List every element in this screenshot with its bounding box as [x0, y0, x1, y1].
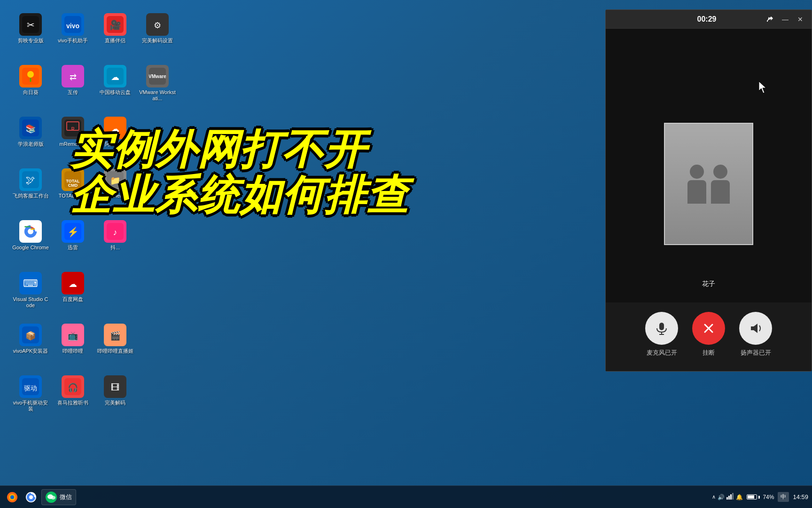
- jianying-icon: ✂: [19, 13, 42, 36]
- icon-mremote[interactable]: R mRemote...: [52, 113, 94, 165]
- ximalaya-label: 喜马拉雅听书: [57, 400, 88, 406]
- pin-button[interactable]: [765, 14, 776, 25]
- icon-live-companion[interactable]: 🎥 直播伴侣: [94, 9, 136, 61]
- mic-label: 麦克风已开: [647, 349, 677, 357]
- feihe-label: 飞鸽客服工作台: [13, 193, 49, 199]
- huchuan-icon: ⇄: [62, 65, 84, 87]
- taskbar: 微信 ∧ 🔊 🔔: [0, 485, 812, 508]
- svg-text:⚡: ⚡: [67, 226, 79, 238]
- icon-vivo-drive[interactable]: 驱动 vivo手机驱动安装: [9, 372, 52, 423]
- video-call-window: 00:29 — ✕: [605, 9, 812, 372]
- firefox-taskbar-icon[interactable]: [4, 489, 21, 506]
- svg-point-65: [29, 495, 33, 499]
- battery-percent-label: 74%: [763, 494, 774, 500]
- bilibili-icon: 📺: [62, 324, 84, 346]
- mic-button-circle: [645, 312, 678, 345]
- minimize-button[interactable]: —: [780, 14, 791, 25]
- speaker-button[interactable]: 扬声器已开: [739, 312, 772, 357]
- svg-rect-69: [728, 496, 730, 500]
- icon-perfect-decode[interactable]: ⚙ 完美解码设置: [136, 9, 179, 61]
- svg-text:📺: 📺: [68, 331, 78, 341]
- svg-text:R: R: [71, 127, 75, 132]
- chrome-icon: [19, 220, 42, 243]
- icon-bilibili[interactable]: 📺 哔哩哔哩: [52, 320, 94, 372]
- expand-tray-icon[interactable]: ∧: [712, 494, 716, 500]
- bilibili-label: 哔哩哔哩: [62, 348, 83, 354]
- feihe-icon: 🕊: [19, 168, 42, 191]
- hangup-button-circle: [692, 312, 725, 345]
- vivo-apk-label: vivoAPK安装器: [13, 348, 48, 354]
- vscode-label: Visual Studio Code: [12, 296, 49, 309]
- battery-bar: [747, 494, 757, 500]
- xunlei-label: 迅雷: [68, 245, 78, 251]
- svg-point-67: [51, 496, 55, 500]
- svg-text:🎥: 🎥: [109, 19, 121, 31]
- icon-kuke[interactable]: ♪ 抖...: [94, 216, 136, 268]
- svg-text:CMD: CMD: [68, 183, 78, 188]
- totalcmd-label: TOTALCM...: [59, 193, 87, 199]
- svg-text:🎬: 🎬: [110, 331, 121, 341]
- icon-vmware[interactable]: VMware VMware Workstati...: [136, 61, 179, 113]
- taskbar-left-section: 微信: [4, 489, 76, 506]
- icon-vivo-helper[interactable]: vivo vivo手机助手: [52, 9, 94, 61]
- icon-vivo-apk[interactable]: 📦 vivoAPK安装器: [9, 320, 52, 372]
- icon-xuefang[interactable]: 📚 学浪老师版: [9, 113, 52, 165]
- icon-perfect-decode2[interactable]: 🎞 完美解码: [94, 372, 136, 423]
- network-icon[interactable]: [726, 493, 734, 501]
- notification-icon[interactable]: 🔔: [736, 494, 743, 500]
- video-titlebar: 00:29 — ✕: [606, 10, 812, 29]
- svg-text:📚: 📚: [25, 124, 36, 134]
- bilibili-live-label: 哔哩哔哩直播姬: [97, 348, 133, 354]
- title-controls: — ✕: [765, 14, 806, 25]
- icon-alibaba-disk[interactable]: ☁ 阿里云盘: [94, 113, 136, 165]
- baidu-disk-icon: ☁: [62, 272, 84, 294]
- icon-ximalaya[interactable]: 🎧 喜马拉雅听书: [52, 372, 94, 423]
- video-controls-bar: 麦克风已开 挂断: [606, 302, 812, 371]
- hangup-button[interactable]: 挂断: [692, 312, 725, 357]
- icon-other[interactable]: 📁 Other: [94, 165, 136, 216]
- chrome-taskbar-icon[interactable]: [23, 489, 39, 506]
- alibaba-disk-icon: ☁: [104, 117, 126, 139]
- yidong-cloud-icon: ☁: [104, 65, 126, 87]
- svg-point-9: [27, 71, 34, 78]
- kuke-icon: ♪: [104, 220, 126, 243]
- icon-yidong-cloud[interactable]: ☁ 中国移动云盘: [94, 61, 136, 113]
- icon-totalcmd[interactable]: TOTALCMD TOTALCM...: [52, 165, 94, 216]
- vivo-helper-icon: vivo: [62, 13, 84, 36]
- vivo-apk-icon: 📦: [19, 324, 42, 346]
- ximalaya-icon: 🎧: [62, 375, 84, 398]
- icon-chrome[interactable]: Google Chrome: [9, 216, 52, 268]
- icon-jianying[interactable]: ✂ 剪映专业版: [9, 9, 52, 61]
- icon-bilibili-live[interactable]: 🎬 哔哩哔哩直播姬: [94, 320, 136, 372]
- person2-body: [711, 180, 730, 204]
- icon-huchuan[interactable]: ⇄ 互传: [52, 61, 94, 113]
- mouse-cursor-icon: [758, 80, 769, 95]
- taskbar-clock[interactable]: 14:59: [793, 493, 808, 500]
- mic-button[interactable]: 麦克风已开: [645, 312, 678, 357]
- svg-text:☁: ☁: [69, 279, 77, 289]
- svg-marker-59: [751, 324, 757, 333]
- hangup-label: 挂断: [703, 349, 715, 357]
- other-icon: 📁: [104, 168, 126, 191]
- icon-baidu-disk[interactable]: ☁ 百度网盘: [52, 268, 94, 320]
- icon-vscode[interactable]: ⌨ Visual Studio Code: [9, 268, 52, 320]
- volume-icon[interactable]: 🔊: [718, 494, 725, 500]
- taskbar-right-section: ∧ 🔊 🔔 74%: [712, 492, 808, 502]
- xiangrimu-icon: [19, 65, 42, 87]
- close-button[interactable]: ✕: [795, 14, 806, 25]
- vivo-helper-label: vivo手机助手: [58, 38, 88, 44]
- xuefang-label: 学浪老师版: [18, 141, 44, 147]
- icon-feihe[interactable]: 🕊 飞鸽客服工作台: [9, 165, 52, 216]
- lang-indicator[interactable]: 中: [778, 492, 789, 502]
- bilibili-live-icon: 🎬: [104, 324, 126, 346]
- svg-text:🎞: 🎞: [111, 383, 119, 392]
- battery-tip: [758, 496, 760, 499]
- icon-xiangrimu[interactable]: 向日葵: [9, 61, 52, 113]
- svg-text:⇄: ⇄: [70, 72, 77, 82]
- battery-indicator: 74%: [747, 494, 774, 500]
- svg-text:🎧: 🎧: [68, 382, 78, 393]
- icon-xunlei[interactable]: ⚡ 迅雷: [52, 216, 94, 268]
- svg-text:⌨: ⌨: [23, 278, 38, 289]
- huchuan-label: 互传: [68, 89, 78, 95]
- wechat-taskbar-item[interactable]: 微信: [41, 489, 76, 505]
